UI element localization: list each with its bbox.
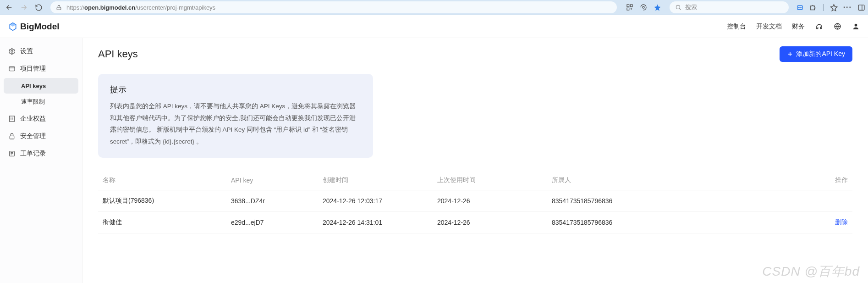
th-created: 创建时间 bbox=[318, 171, 433, 190]
extension-icon[interactable] bbox=[640, 4, 647, 11]
sidebar-label: 设置 bbox=[20, 47, 33, 55]
user-icon[interactable] bbox=[852, 22, 860, 31]
svg-point-7 bbox=[798, 7, 799, 7]
cell-owner: 83541735185796836 bbox=[547, 211, 676, 233]
add-button-label: 添加新的API Key bbox=[796, 50, 845, 58]
sidebar-toggle-icon[interactable] bbox=[857, 4, 865, 11]
nav-back-button[interactable] bbox=[3, 1, 16, 14]
more-icon[interactable]: ··· bbox=[843, 3, 852, 11]
svg-rect-6 bbox=[797, 6, 802, 10]
svg-rect-13 bbox=[9, 67, 15, 71]
sidebar-sub-ratelimit[interactable]: 速率限制 bbox=[4, 94, 78, 110]
refresh-icon bbox=[35, 4, 43, 11]
cell-key: e29d...ejD7 bbox=[226, 211, 318, 233]
th-name: 名称 bbox=[98, 171, 226, 190]
th-action: 操作 bbox=[676, 171, 852, 190]
add-apikey-button[interactable]: 添加新的API Key bbox=[780, 46, 852, 62]
cell-action: 删除 bbox=[676, 211, 852, 233]
watermark: CSDN @百年bd bbox=[762, 263, 860, 280]
page-title: API keys bbox=[98, 48, 138, 60]
svg-rect-0 bbox=[57, 7, 61, 9]
sidebar-item-security[interactable]: 安全管理 bbox=[0, 128, 82, 145]
svg-rect-14 bbox=[10, 116, 15, 122]
sidebar-label: 项目管理 bbox=[20, 65, 46, 73]
support-icon[interactable] bbox=[815, 22, 823, 31]
svg-rect-1 bbox=[627, 5, 629, 7]
svg-point-5 bbox=[676, 5, 680, 9]
header-link-console[interactable]: 控制台 bbox=[727, 22, 746, 31]
tip-box: 提示 列表内是您的全部 API keys，请不要与他人共享您的 API Keys… bbox=[98, 74, 373, 158]
header-link-docs[interactable]: 开发文档 bbox=[756, 22, 782, 31]
sidebar-label: 企业权益 bbox=[20, 115, 46, 123]
cell-owner: 83541735185796836 bbox=[547, 190, 676, 211]
browser-chrome: https://open.bigmodel.cn/usercenter/proj… bbox=[0, 0, 868, 15]
ticket-icon bbox=[8, 150, 16, 157]
sidebar-item-project[interactable]: 项目管理 bbox=[0, 60, 82, 78]
svg-rect-15 bbox=[10, 136, 14, 139]
lock-icon bbox=[8, 133, 16, 140]
app-grid-icon[interactable] bbox=[626, 4, 633, 11]
svg-point-11 bbox=[854, 24, 857, 27]
browser-search-box[interactable]: 搜索 bbox=[670, 1, 789, 13]
delete-link[interactable]: 删除 bbox=[835, 218, 848, 226]
favorites-icon[interactable] bbox=[830, 4, 838, 11]
sidebar-label: 工单记录 bbox=[20, 150, 46, 158]
table-row: 衔健佳 e29d...ejD7 2024-12-26 14:31:01 2024… bbox=[98, 211, 852, 233]
sidebar-item-ticket[interactable]: 工单记录 bbox=[0, 145, 82, 162]
th-key: API key bbox=[226, 171, 318, 190]
sidebar: 设置 项目管理 API keys 速率限制 企业权益 安全管理 工单记录 bbox=[0, 38, 82, 283]
svg-point-8 bbox=[800, 7, 801, 7]
gear-icon bbox=[8, 48, 16, 55]
search-icon bbox=[675, 4, 681, 11]
cell-name: 默认项目(796836) bbox=[98, 190, 226, 211]
svg-point-12 bbox=[11, 50, 13, 52]
tip-title: 提示 bbox=[110, 84, 361, 95]
cell-key: 3638...DZ4r bbox=[226, 190, 318, 211]
lock-icon bbox=[56, 5, 62, 11]
ai-assistant-icon[interactable] bbox=[796, 4, 804, 11]
cell-last-used: 2024-12-26 bbox=[433, 211, 547, 233]
plus-icon bbox=[787, 51, 793, 57]
cell-name: 衔健佳 bbox=[98, 211, 226, 233]
arrow-right-icon bbox=[20, 3, 28, 11]
svg-rect-9 bbox=[858, 5, 864, 10]
app-header: BigModel 控制台 开发文档 财务 bbox=[0, 15, 868, 38]
sidebar-label: API keys bbox=[21, 83, 46, 89]
favorite-star-icon[interactable] bbox=[654, 4, 661, 11]
nav-forward-button[interactable] bbox=[17, 1, 30, 14]
sidebar-label: 速率限制 bbox=[21, 98, 45, 106]
svg-rect-3 bbox=[627, 8, 629, 10]
cell-last-used: 2024-12-26 bbox=[433, 190, 547, 211]
brand-logo[interactable]: BigModel bbox=[8, 22, 60, 32]
puzzle-icon[interactable] bbox=[809, 4, 817, 11]
th-owner: 所属人 bbox=[547, 171, 676, 190]
logo-icon bbox=[8, 22, 17, 31]
tip-body: 列表内是您的全部 API keys，请不要与他人共享您的 API Keys，避免… bbox=[110, 100, 361, 148]
sidebar-sub-apikeys[interactable]: API keys bbox=[4, 78, 78, 94]
address-text: https://open.bigmodel.cn/usercenter/proj… bbox=[66, 4, 611, 11]
svg-rect-2 bbox=[630, 5, 632, 7]
browser-right-icons: | ··· bbox=[796, 3, 866, 11]
extension-icons bbox=[626, 4, 661, 11]
header-link-billing[interactable]: 财务 bbox=[792, 22, 805, 31]
svg-point-4 bbox=[643, 6, 644, 8]
sidebar-item-settings[interactable]: 设置 bbox=[0, 43, 82, 60]
th-last-used: 上次使用时间 bbox=[433, 171, 547, 190]
cell-action bbox=[676, 190, 852, 211]
address-bar[interactable]: https://open.bigmodel.cn/usercenter/proj… bbox=[50, 1, 617, 13]
sidebar-label: 安全管理 bbox=[20, 132, 46, 140]
table-row: 默认项目(796836) 3638...DZ4r 2024-12-26 12:0… bbox=[98, 190, 852, 211]
arrow-left-icon bbox=[5, 3, 13, 11]
main-content: API keys 添加新的API Key 提示 列表内是您的全部 API key… bbox=[82, 38, 868, 283]
globe-icon[interactable] bbox=[833, 22, 841, 31]
sidebar-item-enterprise[interactable]: 企业权益 bbox=[0, 110, 82, 128]
brand-name: BigModel bbox=[20, 22, 60, 32]
cell-created: 2024-12-26 12:03:17 bbox=[318, 190, 433, 211]
cell-created: 2024-12-26 14:31:01 bbox=[318, 211, 433, 233]
divider: | bbox=[823, 3, 824, 11]
folder-icon bbox=[8, 65, 16, 72]
search-placeholder: 搜索 bbox=[685, 3, 697, 11]
building-icon bbox=[8, 115, 16, 122]
nav-refresh-button[interactable] bbox=[32, 1, 45, 14]
apikey-table: 名称 API key 创建时间 上次使用时间 所属人 操作 默认项目(79683… bbox=[98, 171, 852, 233]
